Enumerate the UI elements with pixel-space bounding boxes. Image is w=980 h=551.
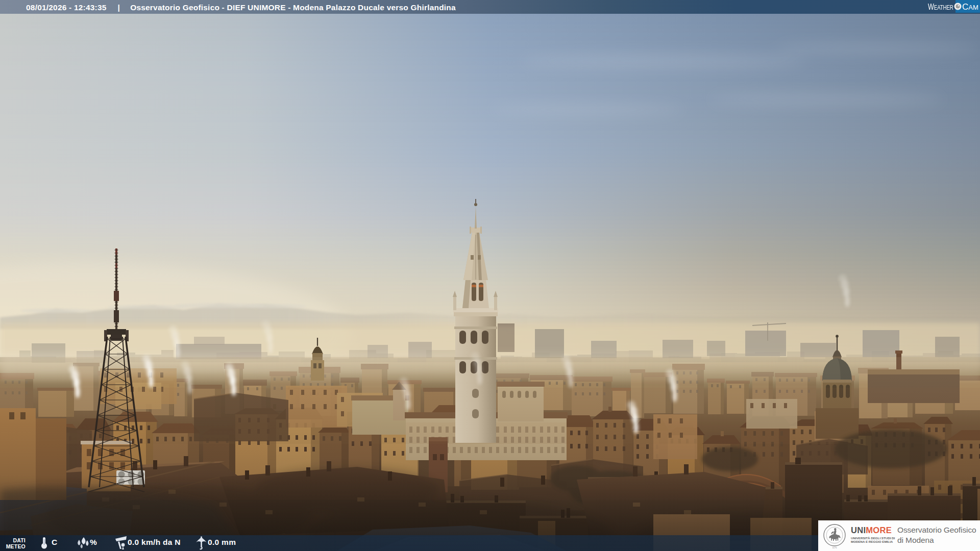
svg-text:1175: 1175 [832,546,837,549]
